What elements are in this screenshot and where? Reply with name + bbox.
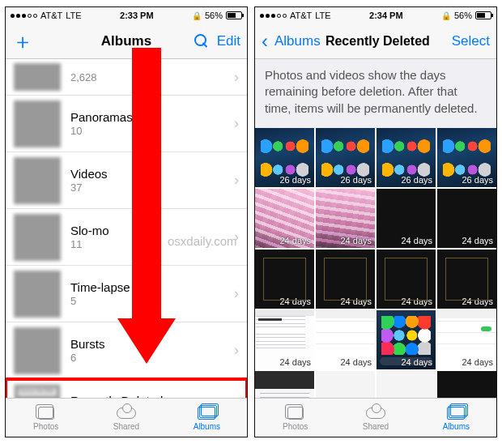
tab-bar: Photos Shared Albums — [255, 398, 496, 437]
photo-cell[interactable] — [255, 371, 314, 398]
battery-percent: 56% — [205, 11, 223, 20]
days-badge: 26 days — [462, 175, 493, 185]
tab-photos[interactable]: Photos — [6, 399, 86, 437]
photo-cell[interactable] — [437, 371, 496, 398]
days-badge: 24 days — [462, 236, 493, 245]
left-screenshot: AT&T LTE 2:33 PM 🔒 56% ＋ Albums Edit — [5, 6, 248, 437]
photo-cell[interactable] — [376, 371, 436, 398]
album-thumbnail: Cannot Get Mail data connection cann est… — [14, 384, 61, 399]
album-row[interactable]: Panoramas10 › — [6, 96, 247, 152]
network-label: LTE — [66, 11, 81, 20]
album-count: 37 — [70, 181, 234, 194]
nav-bar: ＋ Albums Edit — [6, 23, 247, 59]
photo-cell[interactable]: 24 days — [316, 310, 375, 369]
album-thumbnail — [14, 214, 61, 261]
days-badge: 24 days — [279, 357, 311, 367]
photos-icon — [287, 407, 304, 420]
days-badge: 26 days — [340, 175, 372, 185]
signal-dots-icon — [260, 14, 287, 18]
photo-cell[interactable]: 24 days — [316, 189, 375, 248]
album-row[interactable]: 2,628 › — [6, 59, 247, 96]
battery-percent: 56% — [454, 11, 472, 20]
status-bar: AT&T LTE 2:34 PM 🔒 56% — [255, 7, 496, 23]
album-thumbnail — [14, 100, 61, 147]
photo-cell[interactable]: 24 days — [437, 189, 496, 248]
days-badge: 24 days — [279, 297, 311, 306]
battery-icon — [475, 11, 491, 19]
tab-label: Albums — [194, 422, 220, 431]
status-time: 2:34 PM — [369, 11, 403, 20]
nav-title: Recently Deleted — [325, 34, 430, 49]
photo-cell[interactable] — [316, 371, 375, 398]
album-row-recently-deleted[interactable]: Cannot Get Mail data connection cann est… — [6, 379, 247, 398]
days-badge: 24 days — [401, 297, 432, 306]
network-label: LTE — [315, 11, 330, 20]
photo-cell[interactable]: 26 days — [437, 128, 496, 187]
tab-label: Albums — [443, 422, 470, 431]
album-name: Panoramas — [70, 110, 234, 124]
carrier-label: AT&T — [40, 11, 62, 20]
photo-cell[interactable]: 24 days — [316, 250, 375, 309]
days-badge: 24 days — [279, 236, 311, 245]
album-row[interactable]: Time-lapse5 › — [6, 266, 247, 322]
edit-button[interactable]: Edit — [217, 33, 240, 49]
photo-cell[interactable]: 24 days — [437, 250, 496, 309]
photo-cell[interactable]: 24 days — [376, 189, 436, 248]
photo-cell[interactable]: 24 days — [255, 250, 314, 309]
info-banner: Photos and videos show the days remainin… — [255, 59, 496, 128]
album-count: 6 — [70, 352, 234, 364]
photo-cell[interactable]: 26 days — [316, 128, 375, 187]
photos-icon — [38, 407, 54, 420]
deleted-photos[interactable]: Photos and videos show the days remainin… — [255, 59, 496, 398]
add-album-button[interactable]: ＋ — [12, 31, 33, 52]
photo-cell[interactable]: 24 days — [437, 310, 496, 369]
chevron-right-icon: › — [234, 285, 239, 302]
photo-cell[interactable]: 26 days — [255, 128, 314, 187]
days-badge: 24 days — [340, 357, 372, 367]
album-count: 11 — [70, 238, 234, 250]
album-row[interactable]: Bursts6 › — [6, 322, 247, 379]
alert-title: Cannot Get Mail — [18, 388, 57, 396]
chevron-right-icon: › — [234, 172, 239, 189]
days-badge: 24 days — [401, 236, 432, 245]
days-badge: 24 days — [401, 357, 432, 367]
tab-albums[interactable]: Albums — [167, 399, 247, 437]
album-row[interactable]: Slo-mo11 › — [6, 209, 247, 266]
nav-title: Albums — [101, 33, 151, 49]
photo-cell[interactable]: 26 days — [376, 128, 436, 187]
album-row[interactable]: Videos37 › — [6, 152, 247, 209]
album-name: Videos — [70, 167, 234, 181]
photo-cell[interactable]: 24 days — [255, 189, 314, 248]
rotation-lock-icon: 🔒 — [192, 11, 202, 20]
album-thumbnail — [14, 63, 61, 91]
photo-cell[interactable]: 24 days — [376, 310, 436, 369]
photo-cell[interactable]: 24 days — [255, 310, 314, 369]
tab-photos[interactable]: Photos — [255, 399, 335, 437]
album-list[interactable]: 2,628 › Panoramas10 › Videos37 › Slo-mo1… — [6, 59, 247, 398]
album-name: Recently Deleted — [70, 394, 234, 398]
back-label: Albums — [274, 33, 321, 49]
chevron-right-icon: › — [234, 69, 239, 86]
tab-albums[interactable]: Albums — [416, 399, 496, 437]
days-badge: 26 days — [279, 175, 311, 185]
album-thumbnail — [14, 271, 61, 318]
status-time: 2:33 PM — [120, 11, 154, 20]
albums-icon — [198, 407, 215, 420]
cloud-icon — [366, 407, 385, 419]
right-screenshot: AT&T LTE 2:34 PM 🔒 56% ‹ Albums Recently… — [254, 6, 497, 437]
chevron-right-icon: › — [234, 115, 239, 132]
back-button[interactable]: ‹ Albums — [262, 32, 321, 51]
photo-cell[interactable]: 24 days — [376, 250, 436, 309]
tab-shared[interactable]: Shared — [86, 399, 166, 437]
album-name: Time-lapse — [70, 280, 234, 294]
battery-icon — [226, 11, 242, 19]
album-name: Slo-mo — [70, 224, 234, 237]
tab-shared[interactable]: Shared — [335, 399, 415, 437]
albums-icon — [447, 407, 465, 420]
rotation-lock-icon: 🔒 — [441, 11, 451, 20]
search-icon[interactable] — [194, 34, 209, 49]
album-count: 2,628 — [70, 71, 234, 83]
album-name: Bursts — [70, 337, 234, 351]
select-button[interactable]: Select — [452, 33, 490, 49]
tab-label: Photos — [283, 422, 308, 431]
